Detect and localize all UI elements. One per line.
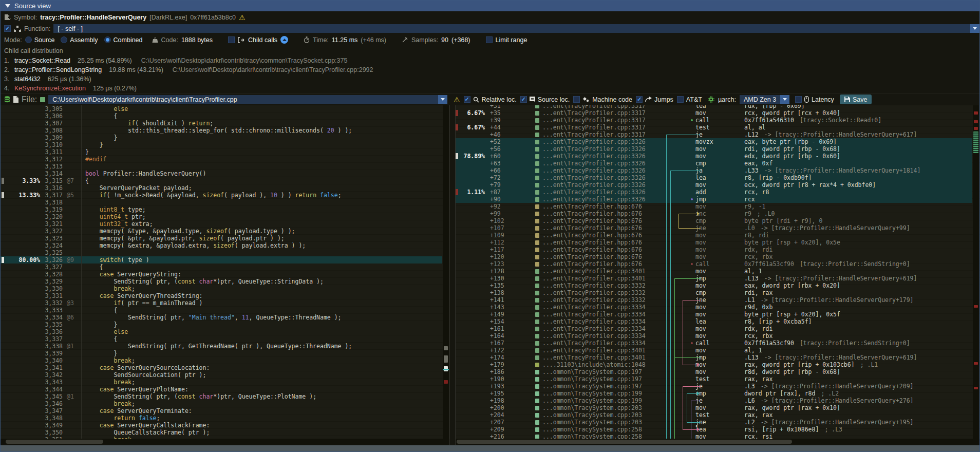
asm-row[interactable]: +154...ent\TracyProfiler.cpp:3334lear8, … [456,318,972,325]
asm-row[interactable]: +52...ent\TracyProfiler.cpp:3326movzxeax… [456,138,972,145]
chevron-down-icon[interactable] [780,95,789,104]
scrollbar-thumb[interactable] [973,131,978,153]
source-vertical-scrollbar[interactable] [443,105,449,439]
source-line-row[interactable]: 3,323 memcpy( &ptr, &payload.ptr, sizeof… [1,235,442,242]
mode-radio-source[interactable]: Source [25,36,55,44]
asm-row[interactable]: +102...ent\TracyProfiler.hpp:676cmpbyte … [456,217,972,224]
asm-row[interactable]: +92...ent\TracyProfiler.hpp:676movr9, -1 [456,203,972,210]
asm-row[interactable]: +128...ent\TracyProfiler.cpp:3401moval, … [456,268,972,275]
asm-row[interactable]: +167...ent\TracyProfiler.cpp:3334call0x7… [456,340,972,347]
expand-up-button[interactable] [280,36,288,44]
asm-row[interactable]: +79...ent\TracyProfiler.cpp:3326movecx, … [456,181,972,189]
source-line-row[interactable]: 3,312#endif [1,156,442,163]
source-line-row[interactable]: 3,313 [1,163,442,170]
source-line-row[interactable]: 3,349 case ServerQueryCallstackFrame: [1,422,442,429]
asm-row[interactable]: +90...ent\TracyProfiler.cpp:3326jmprcx [456,196,972,203]
source-line-row[interactable]: 3,330 break; [1,285,442,292]
asm-row[interactable]: +135...ent\TracyProfiler.cpp:3332moveax,… [456,282,972,289]
source-line-row[interactable]: 3,329 SendString( ptr, (const char*)ptr,… [1,278,442,285]
asm-row[interactable]: +207...ommon\TracySystem.cpp:203jne.L2->… [456,419,972,426]
source-line-row[interactable]: 3,331 case ServerQueryThreadString: [1,292,442,299]
asm-row[interactable]: +198...ommon\TracySystem.cpp:199je.L6-> … [456,397,972,404]
asm-row[interactable]: +138...ent\TracyProfiler.cpp:3332cmprdi,… [456,289,972,296]
collapse-icon[interactable] [5,4,10,8]
source-line-row[interactable]: 3,322 memcpy( &type, &payload.type, size… [1,228,442,235]
source-line-row[interactable]: 3,347 case ServerQueryTerminate: [1,407,442,415]
source-line-row[interactable]: 3,340 break; [1,357,442,364]
source-line-row[interactable]: 3,319 uint8_t type; [1,206,442,213]
function-checkbox[interactable] [4,25,11,32]
asm-row[interactable]: +141...ent\TracyProfiler.cpp:3332jne.L1-… [456,296,972,304]
asm-row[interactable]: +161...ent\TracyProfiler.cpp:3334movrdx,… [456,325,972,332]
asm-row[interactable]: +120...ent\TracyProfiler.hpp:676movrcx, … [456,253,972,260]
source-line-row[interactable]: 80.00%3,326@9 switch( type ) [1,256,442,263]
source-line-row[interactable]: 3,345@1 SendString( ptr, (const char*)pt… [1,393,442,400]
child-call-entry[interactable]: 3.stat64i32625 µs (1.36%) [4,74,979,84]
source-line-row[interactable]: 3,339 } [1,350,442,357]
child-calls-checkbox[interactable] [228,36,235,43]
source-line-row[interactable]: 3,350 QueueCallstackFrame( ptr ); [1,429,442,436]
source-line-row[interactable]: 3,348 return false; [1,415,442,422]
chevron-down-icon[interactable] [970,24,979,33]
source-line-row[interactable]: 3,305 else [1,105,442,112]
scrollbar-thumb[interactable] [6,440,103,444]
source-line-row[interactable]: 3.33%3,315@7{ [1,177,442,184]
source-line-row[interactable]: 3,325 [1,249,442,256]
source-line-row[interactable]: 3,311} [1,148,442,156]
source-line-row[interactable]: 3,338@1 SendString( ptr, GetThreadName( … [1,343,442,350]
asm-row[interactable]: +190...ommon\TracySystem.cpp:197testrax,… [456,375,972,383]
source-scroll-area[interactable]: 3,305 else3,306 {3,307 if( shouldExit ) … [1,105,449,439]
asm-row[interactable]: +31...ent\TracyProfiler.cpp:3317leardx, … [456,105,972,109]
asm-row[interactable]: +130...ent\TracyProfiler.cpp:3401jmp.L13… [456,275,972,282]
asm-row[interactable]: +46...ent\TracyProfiler.cpp:3317je.L12->… [456,131,972,138]
source-line-row[interactable]: 3,307 if( shouldExit ) return; [1,120,442,127]
source-line-row[interactable]: 3,306 { [1,112,442,120]
source-line-row[interactable]: 3,332@3 if( ptr == m_mainThread ) [1,299,442,307]
assembly-horizontal-scrollbar[interactable] [456,439,979,445]
source-line-row[interactable]: 3,343 break; [1,379,442,386]
asm-row[interactable]: +39...ent\TracyProfiler.cpp:3317call0x7f… [456,117,972,124]
source-line-row[interactable]: 3,337 { [1,335,442,343]
assembly-scroll-area[interactable]: +31...ent\TracyProfiler.cpp:3317leardx, … [456,105,979,439]
window-titlebar[interactable]: Source view [1,1,979,11]
chevron-down-icon[interactable] [438,95,447,104]
asm-row[interactable]: +186...ommon\TracySystem.cpp:197movr8d, … [456,368,972,375]
asm-row[interactable]: 1.11%+87...ent\TracyProfiler.cpp:3326add… [456,189,972,196]
asm-row[interactable]: +174...ent\TracyProfiler.cpp:3401jmp.L13… [456,354,972,361]
source-line-row[interactable]: 3,310 } [1,141,442,148]
source-line-row[interactable]: 3,309 } [1,134,442,141]
asm-row[interactable]: +143...ent\TracyProfiler.cpp:3334movr9d,… [456,304,972,311]
source-line-row[interactable]: 3,318 [1,199,442,206]
toggle-source-loc[interactable]: Source loc. [520,96,570,103]
source-line-row[interactable]: 3,346 break; [1,400,442,407]
asm-row[interactable]: +195...ommon\TracySystem.cpp:199cmpdword… [456,390,972,397]
asm-row[interactable]: +63...ent\TracyProfiler.cpp:3326cmpeax, … [456,160,972,167]
asm-row[interactable]: +204...ommon\TracySystem.cpp:203testrax,… [456,411,972,419]
toggle-jumps[interactable]: Jumps [636,96,673,103]
asm-row[interactable]: +164...ent\TracyProfiler.cpp:3334movrcx,… [456,332,972,340]
asm-row[interactable]: +123...ent\TracyProfiler.hpp:676call0x7f… [456,260,972,268]
source-line-row[interactable]: 3,333 { [1,307,442,314]
asm-row[interactable]: +109...ent\TracyProfiler.hpp:676movr8, r… [456,232,972,239]
asm-row[interactable]: 78.89%+60...ent\TracyProfiler.cpp:3326mo… [456,153,972,160]
asm-row[interactable]: +216...ommon\TracySystem.cpp:258movrcx, … [456,433,972,439]
toggle-machine-code[interactable]: Machine code [573,96,632,103]
source-line-row[interactable]: 3,321 uint32_t extra; [1,220,442,228]
asm-row[interactable]: 6.67%+35...ent\TracyProfiler.cpp:3317mov… [456,109,972,117]
source-line-row[interactable]: 3,320 uint64_t ptr; [1,213,442,220]
asm-row[interactable]: +56...ent\TracyProfiler.cpp:3326movrdi, … [456,145,972,153]
asm-row[interactable]: +112...ent\TracyProfiler.hpp:676movbyte … [456,239,972,246]
child-call-entry[interactable]: 2.tracy::Profiler::SendLongString19.88 m… [4,65,979,74]
source-line-row[interactable]: 3,324 memcpy( &extra, &payload.extra, si… [1,242,442,249]
save-button[interactable]: Save [840,95,872,104]
window-bottom-edge[interactable] [1,445,979,451]
scrollbar-thumb[interactable] [457,440,792,444]
asm-row[interactable]: +172...ent\TracyProfiler.cpp:3401moval, … [456,347,972,354]
asm-row[interactable]: +99...ent\TracyProfiler.hpp:676incr9; .L… [456,210,972,217]
source-line-row[interactable]: 3,327 { [1,263,442,271]
source-line-row[interactable]: 3,328 case ServerQueryString: [1,271,442,278]
asm-row[interactable]: +149...ent\TracyProfiler.cpp:3334movbyte… [456,311,972,318]
source-line-row[interactable]: 3,314bool Profiler::HandleServerQuery() [1,170,442,177]
source-line-row[interactable]: 3,336 else [1,328,442,335]
asm-row[interactable]: +179....31103\include\atomic:1048movrax,… [456,361,972,368]
